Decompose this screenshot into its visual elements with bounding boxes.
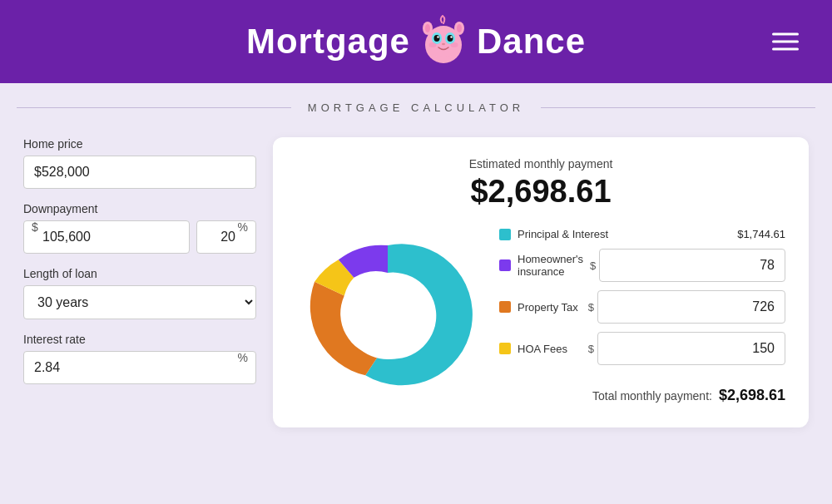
legend-name-principal: Principal & Interest: [518, 228, 730, 240]
section-title-area: MORTGAGE CALCULATOR: [0, 83, 832, 129]
legend-dot-tax: [499, 301, 511, 313]
main-content: Home price Downpayment $ % Length of loa…: [0, 129, 832, 444]
donut-hole: [344, 273, 431, 359]
right-panel: Estimated monthly payment $2,698.61: [273, 137, 809, 427]
svg-point-9: [447, 35, 453, 42]
mascot-icon: [418, 17, 468, 67]
hoa-input[interactable]: [597, 332, 785, 365]
svg-point-10: [437, 36, 438, 37]
legend-value-principal: $1,744.61: [737, 228, 785, 240]
title-left: Mortgage: [246, 22, 410, 62]
tax-input[interactable]: [597, 290, 785, 324]
downpayment-field: Downpayment $ %: [23, 202, 256, 254]
svg-point-11: [450, 36, 452, 37]
svg-point-8: [433, 35, 439, 42]
interest-rate-label: Interest rate: [23, 333, 256, 346]
interest-rate-input[interactable]: [23, 351, 256, 384]
interest-percent-suffix: %: [238, 351, 248, 364]
app-title: Mortgage: [246, 17, 586, 67]
svg-point-5: [457, 24, 462, 32]
legend-row-principal: Principal & Interest $1,744.61: [499, 228, 785, 240]
svg-point-13: [428, 42, 436, 47]
loan-length-field: Length of loan 30 years 20 years 15 year…: [23, 267, 256, 319]
insurance-input-row: $: [590, 249, 785, 282]
legend-dot-insurance: [499, 259, 511, 271]
legend-dot-principal: [499, 229, 511, 240]
legend-row-tax: Property Tax $: [499, 290, 785, 324]
tax-input-row: $: [588, 290, 785, 324]
legend-name-insurance: Homeowner's insurance: [518, 253, 583, 278]
hoa-input-row: $: [588, 332, 785, 365]
percent-suffix: %: [238, 220, 248, 234]
total-value: $2,698.61: [719, 387, 785, 404]
interest-rate-field: Interest rate %: [23, 333, 256, 384]
total-label: Total monthly payment:: [592, 389, 712, 403]
svg-point-12: [442, 43, 445, 45]
estimated-amount: $2,698.61: [296, 174, 785, 210]
donut-chart: [296, 225, 479, 408]
home-price-field: Home price: [23, 137, 256, 189]
legend-name-hoa: HOA Fees: [518, 343, 582, 355]
estimated-label: Estimated monthly payment: [296, 157, 785, 170]
downpayment-amount-input[interactable]: [23, 220, 190, 254]
hamburger-menu[interactable]: [772, 33, 799, 51]
loan-length-select[interactable]: 30 years 20 years 15 years 10 years: [23, 285, 256, 319]
svg-point-14: [450, 42, 458, 47]
left-panel: Home price Downpayment $ % Length of loa…: [23, 137, 256, 384]
legend-name-tax: Property Tax: [518, 301, 582, 314]
svg-point-3: [425, 24, 430, 32]
legend-row-hoa: HOA Fees $: [499, 332, 785, 365]
app-header: Mortgage: [0, 0, 832, 83]
chart-legend-area: Principal & Interest $1,744.61 Homeowner…: [296, 225, 785, 408]
home-price-input[interactable]: [23, 156, 256, 189]
legend-dot-hoa: [499, 343, 511, 354]
loan-length-label: Length of loan: [23, 267, 256, 280]
dollar-prefix: $: [32, 220, 38, 234]
home-price-label: Home price: [23, 137, 256, 151]
title-right: Dance: [477, 22, 586, 62]
section-title: MORTGAGE CALCULATOR: [308, 101, 524, 114]
legend-row-insurance: Homeowner's insurance $: [499, 249, 785, 282]
insurance-input[interactable]: [599, 249, 785, 282]
total-row: Total monthly payment: $2,698.61: [499, 383, 785, 404]
downpayment-label: Downpayment: [23, 202, 256, 215]
legend: Principal & Interest $1,744.61 Homeowner…: [499, 228, 785, 404]
